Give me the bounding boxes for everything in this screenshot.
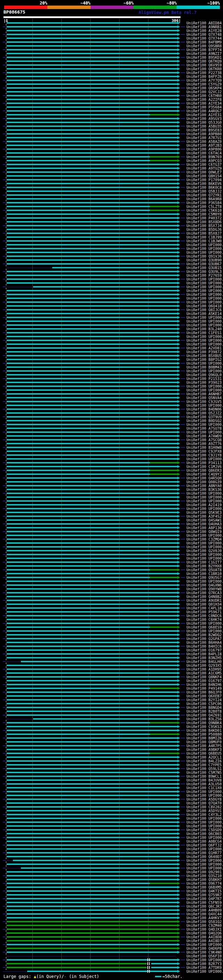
hit-arrow-icon[interactable] [177, 840, 180, 843]
hit-bar[interactable] [6, 87, 177, 89]
hit-arrow-icon[interactable] [177, 278, 180, 280]
subject-label[interactable]: UniRef100_C5K610 [186, 208, 223, 212]
subject-label[interactable]: UniRef100_UPI000.. [186, 296, 223, 301]
subject-label[interactable]: UniRef100_Q8IJC6 [186, 308, 223, 312]
hit-arrow-icon[interactable] [177, 656, 180, 659]
hit-arrow-icon[interactable] [177, 201, 180, 204]
hit-bar[interactable] [6, 527, 177, 528]
hit-arrow-icon[interactable] [177, 389, 180, 391]
hit-bar[interactable] [6, 103, 177, 104]
subject-label[interactable]: UniRef100_A7SU78 [186, 426, 223, 430]
hit-arrow-icon[interactable] [177, 98, 180, 101]
subject-label[interactable]: UniRef100_A9ZT76 [186, 442, 223, 445]
hit-arrow-icon[interactable] [177, 572, 180, 575]
hit-bar[interactable] [6, 768, 177, 769]
subject-label[interactable]: UniRef100_A2QCL1 [186, 756, 223, 759]
hit-bar[interactable] [6, 137, 177, 138]
subject-label[interactable]: UniRef100_B2WDQ2 [186, 633, 223, 637]
hit-bar[interactable] [6, 649, 177, 651]
subject-label[interactable]: UniRef100_A1YE28 [186, 29, 223, 33]
subject-label[interactable]: UniRef100_UPI000.. [186, 289, 223, 293]
subject-label[interactable]: UniRef100_UPI000.. [186, 545, 223, 549]
subject-label[interactable]: UniRef100_A9BKF3 [186, 748, 223, 752]
hit-bar[interactable] [6, 737, 177, 739]
hit-bar[interactable] [6, 489, 177, 490]
subject-label[interactable]: UniRef100_Q6V959 [186, 63, 223, 67]
subject-label[interactable]: UniRef100_A7R7U1 [186, 136, 223, 140]
hit-arrow-icon[interactable] [177, 228, 180, 231]
hit-arrow-icon[interactable] [177, 94, 180, 97]
subject-label[interactable]: UniRef100_Q7RCA3 [186, 591, 223, 595]
subject-label[interactable]: UniRef100_B6QJF0 [186, 690, 223, 694]
hit-bar[interactable] [6, 366, 177, 368]
hit-arrow-icon[interactable] [177, 637, 180, 640]
hit-arrow-icon[interactable] [177, 56, 180, 59]
hit-arrow-icon[interactable] [177, 304, 180, 307]
hit-arrow-icon[interactable] [177, 702, 180, 705]
hit-arrow-icon[interactable] [177, 752, 180, 755]
hit-bar[interactable] [6, 714, 177, 716]
hit-arrow-icon[interactable] [177, 668, 180, 671]
hit-bar[interactable] [6, 114, 150, 115]
hit-bar[interactable] [6, 588, 177, 590]
hit-bar[interactable] [6, 956, 176, 956]
hit-arrow-icon[interactable] [177, 171, 180, 173]
hit-bar[interactable] [6, 68, 177, 70]
hit-bar[interactable] [6, 248, 177, 249]
hit-bar[interactable] [150, 733, 177, 735]
subject-label[interactable]: UniRef100_UPI000.. [186, 541, 223, 545]
hit-arrow-icon[interactable] [177, 79, 180, 82]
hit-bar[interactable] [6, 217, 177, 219]
subject-label[interactable]: UniRef100_Q2VCJ2 [186, 90, 223, 94]
hit-bar[interactable] [6, 64, 177, 66]
hit-arrow-icon[interactable] [177, 584, 180, 587]
hit-bar[interactable] [6, 642, 177, 643]
hit-bar[interactable] [6, 848, 177, 850]
hit-bar[interactable] [6, 393, 177, 395]
hit-bar[interactable] [6, 538, 177, 540]
subject-label[interactable]: UniRef100_Q3UB67 [186, 262, 223, 266]
hit-arrow-icon[interactable] [177, 178, 180, 181]
subject-label[interactable]: UniRef100_P21531 [186, 377, 223, 381]
hit-bar[interactable] [6, 252, 177, 253]
hit-bar[interactable] [6, 83, 177, 85]
hit-bar[interactable] [6, 172, 177, 173]
subject-label[interactable]: UniRef100_UPI000.. [186, 388, 223, 392]
hit-bar[interactable] [6, 198, 177, 200]
hit-bar[interactable] [6, 623, 177, 624]
subject-label[interactable]: UniRef100_A7SCQ8 [186, 438, 223, 442]
subject-label[interactable]: UniRef100_UPI000.. [186, 629, 223, 633]
subject-label[interactable]: UniRef100_Q2V0J0 [186, 549, 223, 553]
subject-label[interactable]: UniRef100_UPI000.. [186, 251, 223, 255]
hit-bar[interactable] [6, 512, 177, 513]
hit-arrow-icon[interactable] [177, 52, 180, 55]
subject-label[interactable]: UniRef100_B1H0W8 [186, 445, 223, 450]
hit-bar[interactable] [6, 868, 21, 869]
hit-bar[interactable] [6, 240, 177, 242]
hit-bar[interactable] [6, 145, 177, 146]
subject-label[interactable]: UniRef100_B3L240 [186, 327, 223, 331]
subject-label[interactable]: UniRef100_UPI000.. [186, 323, 223, 327]
subject-label[interactable]: UniRef100_Q581Q2 [186, 920, 223, 924]
subject-label[interactable]: UniRef100_Q2GPA7 [186, 637, 223, 641]
subject-label[interactable]: UniRef100_Q6CJR7 [186, 905, 223, 908]
subject-label[interactable]: UniRef100_P35684 [186, 105, 223, 109]
hit-arrow-icon[interactable] [177, 262, 180, 265]
subject-label[interactable]: UniRef100_A3LU50 [186, 782, 223, 786]
hit-bar[interactable] [6, 347, 177, 349]
subject-label[interactable]: UniRef100_UPI000.. [186, 817, 223, 821]
subject-label[interactable]: UniRef100_B4LZI6 [186, 759, 223, 763]
subject-label[interactable]: UniRef100_Q6SKP4 [186, 86, 223, 90]
hit-arrow-icon[interactable] [177, 140, 180, 143]
subject-label[interactable]: UniRef100_A9PCQ3 [186, 159, 223, 163]
hit-bar[interactable] [6, 187, 177, 188]
subject-label[interactable]: UniRef100_B6KEV6 [186, 182, 223, 186]
hit-arrow-icon[interactable] [177, 748, 180, 751]
subject-label[interactable]: UniRef100_UPI000.. [186, 794, 223, 797]
hit-arrow-icon[interactable] [177, 913, 180, 915]
hit-arrow-icon[interactable] [177, 473, 180, 476]
hit-bar[interactable] [6, 454, 177, 456]
hit-arrow-icon[interactable] [177, 618, 180, 621]
hit-arrow-icon[interactable] [177, 775, 180, 778]
subject-label[interactable]: UniRef100_P39023 [186, 381, 223, 385]
